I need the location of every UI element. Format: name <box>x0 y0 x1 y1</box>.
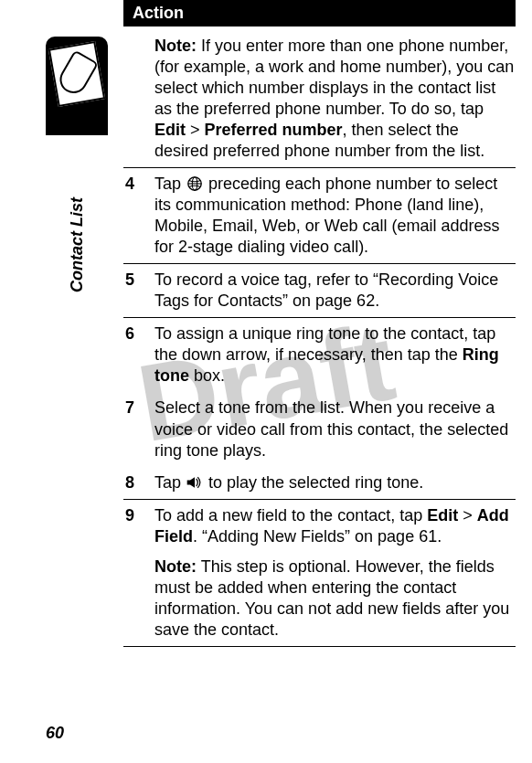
step-body: Tap to play the selected ring tone. <box>151 472 516 493</box>
ui-label-edit: Edit <box>427 506 458 525</box>
step6-text-after: box. <box>189 366 225 385</box>
section-side-label: Contact List <box>68 197 87 292</box>
step-7: 7 Select a tone from the list. When you … <box>123 392 516 466</box>
step-number: 4 <box>123 174 151 258</box>
step-number-blank <box>123 36 151 162</box>
step-body: Note: If you enter more than one phone n… <box>151 36 516 162</box>
note-text-1: If you enter more than one phone number,… <box>154 37 514 118</box>
gt-sep: > <box>186 121 205 139</box>
step-6: 6 To assign a unique ring tone to the co… <box>123 318 516 392</box>
phone-icon <box>55 49 99 98</box>
step-5: 5 To record a voice tag, refer to “Recor… <box>123 264 516 318</box>
step9-text-before: To add a new field to the contact, tap <box>154 506 427 525</box>
note-label: Note: <box>154 37 197 55</box>
left-margin-column: Contact List 60 <box>0 0 110 763</box>
globe-icon <box>186 175 204 192</box>
step-number: 7 <box>123 397 151 461</box>
step5-text: To record a voice tag, refer to “Recordi… <box>154 270 498 310</box>
step9-note-text: This step is optional. However, the fiel… <box>154 557 509 639</box>
step-note-preferred-number: Note: If you enter more than one phone n… <box>123 30 516 168</box>
step-number: 8 <box>123 472 151 493</box>
speaker-icon <box>186 474 204 491</box>
step8-text-before: Tap <box>154 473 186 492</box>
step9-note-block: Note: This step is optional. However, th… <box>154 556 516 641</box>
step-body: To assign a unique ring tone to the cont… <box>151 323 516 387</box>
step8-text-after: to play the selected ring tone. <box>204 473 423 492</box>
gt-sep: > <box>458 506 477 525</box>
step-body: To record a voice tag, refer to “Recordi… <box>151 270 516 312</box>
step-4: 4 Tap preceding each phone number to sel… <box>123 168 516 264</box>
step-body: Select a tone from the list. When you re… <box>151 397 516 461</box>
address-book-icon <box>48 41 105 107</box>
ui-label-preferred-number: Preferred number <box>205 121 343 139</box>
section-tab-icon-box <box>46 37 108 111</box>
section-tab-bar <box>46 111 108 135</box>
table-header-action: Action <box>123 0 516 26</box>
svg-marker-4 <box>190 477 195 488</box>
step-body: To add a new field to the contact, tap E… <box>151 505 516 641</box>
step9-text-after: . “Adding New Fields” on page 61. <box>193 527 442 546</box>
step-number: 5 <box>123 270 151 312</box>
page-number: 60 <box>46 724 64 743</box>
note-label: Note: <box>154 557 197 576</box>
step-8: 8 Tap to play the selected ring tone. <box>123 467 516 500</box>
ui-label-edit: Edit <box>154 121 186 139</box>
step4-text-before: Tap <box>154 175 186 193</box>
step7-text: Select a tone from the list. When you re… <box>154 398 508 459</box>
step4-text-after: preceding each phone number to select it… <box>154 175 499 256</box>
step6-text-before: To assign a unique ring tone to the cont… <box>154 324 495 364</box>
step-number: 9 <box>123 505 151 641</box>
step-9: 9 To add a new field to the contact, tap… <box>123 500 516 647</box>
step-body: Tap preceding each phone number to selec… <box>151 174 516 258</box>
main-content: Action Note: If you enter more than one … <box>123 0 516 699</box>
step-number: 6 <box>123 323 151 387</box>
svg-rect-3 <box>187 480 190 484</box>
page: Draft Contact List 60 Action Note: If yo… <box>0 0 532 763</box>
